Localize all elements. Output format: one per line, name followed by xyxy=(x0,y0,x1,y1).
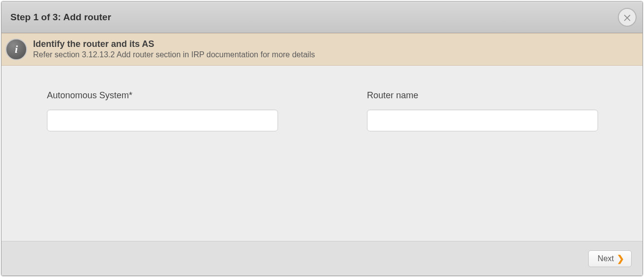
info-subtitle: Refer section 3.12.13.2 Add router secti… xyxy=(33,50,315,60)
info-banner: i Identify the router and its AS Refer s… xyxy=(1,33,643,66)
autonomous-system-label: Autonomous System* xyxy=(47,90,278,101)
info-title: Identify the router and its AS xyxy=(33,39,315,50)
dialog-footer: Next ❯ xyxy=(1,241,643,276)
form-row: Autonomous System* Router name xyxy=(47,90,598,131)
info-text: Identify the router and its AS Refer sec… xyxy=(33,39,315,60)
autonomous-system-input[interactable] xyxy=(47,110,278,131)
router-name-label: Router name xyxy=(367,90,598,101)
router-name-input[interactable] xyxy=(367,110,598,131)
close-button[interactable] xyxy=(618,8,637,27)
dialog-header: Step 1 of 3: Add router xyxy=(1,1,643,33)
next-button-label: Next xyxy=(598,254,614,263)
add-router-dialog: Step 1 of 3: Add router i Identify the r… xyxy=(1,1,643,276)
router-name-group: Router name xyxy=(367,90,598,131)
next-button[interactable]: Next ❯ xyxy=(588,250,632,267)
chevron-right-icon: ❯ xyxy=(617,254,624,263)
autonomous-system-group: Autonomous System* xyxy=(47,90,278,131)
dialog-body: Autonomous System* Router name xyxy=(1,66,643,241)
close-icon xyxy=(622,12,632,22)
dialog-title: Step 1 of 3: Add router xyxy=(10,12,111,23)
info-icon: i xyxy=(5,39,27,60)
